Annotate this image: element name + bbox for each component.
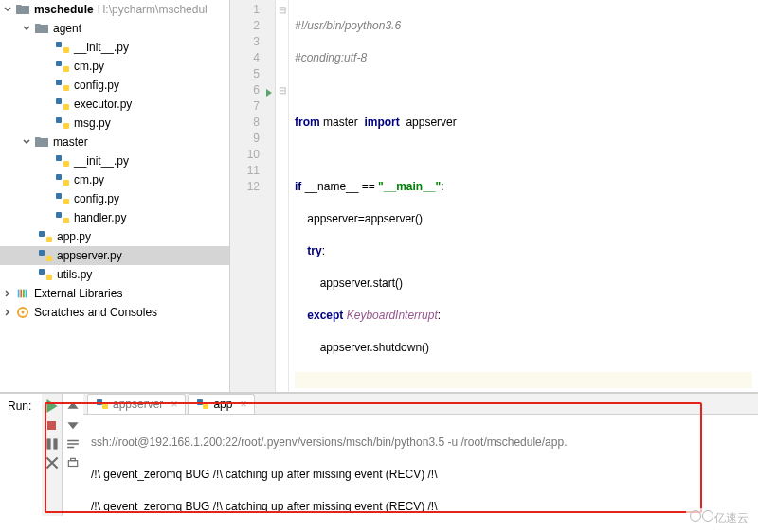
library-icon	[15, 286, 30, 301]
folder-icon	[34, 21, 49, 36]
svg-rect-2	[23, 290, 25, 298]
tree-scratches[interactable]: Scratches and Consoles	[0, 303, 229, 322]
tree-file[interactable]: cm.py	[0, 170, 229, 189]
console-line: /!\ gevent_zeromq BUG /!\ catching up af…	[91, 499, 750, 515]
down-button[interactable]	[66, 418, 80, 432]
chevron-down-icon	[21, 23, 32, 34]
project-tree[interactable]: mschedule H:\pycharm\mschedul agent __in…	[0, 0, 230, 392]
folder-label: master	[53, 135, 88, 149]
tree-file[interactable]: config.py	[0, 189, 229, 208]
tree-file[interactable]: app.py	[0, 227, 229, 246]
python-file-icon	[196, 398, 209, 411]
tree-file[interactable]: config.py	[0, 76, 229, 95]
svg-rect-3	[26, 290, 27, 298]
folder-icon	[34, 134, 49, 150]
run-toolbar-left	[42, 394, 63, 516]
run-title: Run:	[0, 394, 42, 516]
python-file-icon	[55, 153, 70, 168]
code-content[interactable]: #!/usr/bin/poython3.6 #conding:utf-8 fro…	[289, 0, 758, 392]
root-label: mschedule	[34, 3, 94, 16]
code-editor[interactable]: 1 2 3 4 5 6 7 8 9 10 11 12 ⊟⊟ #!/usr/bin…	[230, 0, 758, 392]
tree-file[interactable]: __init__.py	[0, 38, 229, 57]
chevron-right-icon	[2, 288, 13, 299]
tree-file[interactable]: msg.py	[0, 114, 229, 133]
chevron-right-icon	[2, 307, 13, 318]
tree-file[interactable]: cm.py	[0, 57, 229, 76]
console-line: /!\ gevent_zeromq BUG /!\ catching up af…	[91, 467, 750, 483]
fold-column[interactable]: ⊟⊟	[276, 0, 289, 392]
python-file-icon	[55, 191, 70, 206]
tree-folder-master[interactable]: master	[0, 133, 229, 151]
svg-rect-7	[53, 438, 57, 449]
run-tabs: appserver× app×	[83, 394, 758, 415]
run-tab-app[interactable]: app×	[188, 394, 255, 414]
python-file-icon	[38, 248, 53, 263]
tree-folder-agent[interactable]: agent	[0, 19, 229, 38]
tree-file[interactable]: __init__.py	[0, 151, 229, 170]
console-line: ssh://root@192.168.1.200:22/root/.pyenv/…	[91, 434, 750, 451]
line-gutter: 1 2 3 4 5 6 7 8 9 10 11 12	[230, 0, 276, 392]
root-path: H:\pycharm\mschedul	[98, 3, 208, 16]
exit-button[interactable]	[45, 456, 59, 470]
python-file-icon	[55, 210, 70, 225]
close-icon[interactable]: ×	[171, 398, 177, 411]
run-tab-appserver[interactable]: appserver×	[87, 394, 186, 414]
tree-file[interactable]: utils.py	[0, 265, 229, 284]
folder-icon	[15, 2, 30, 17]
python-file-icon	[55, 78, 70, 93]
tree-external-libraries[interactable]: External Libraries	[0, 284, 229, 303]
python-file-icon	[55, 172, 70, 187]
chevron-down-icon	[2, 4, 13, 15]
close-icon[interactable]: ×	[240, 398, 246, 411]
folder-label: agent	[53, 22, 81, 35]
console-output[interactable]: ssh://root@192.168.1.200:22/root/.pyenv/…	[83, 415, 758, 516]
rerun-button[interactable]	[45, 399, 59, 413]
svg-rect-1	[20, 290, 22, 298]
stop-button[interactable]	[45, 418, 59, 432]
watermark: 亿速云	[686, 508, 752, 528]
python-file-icon	[38, 229, 53, 244]
svg-rect-9	[71, 458, 76, 460]
python-file-icon	[38, 267, 53, 282]
tree-file[interactable]: handler.py	[0, 208, 229, 227]
svg-point-5	[22, 311, 25, 314]
up-button[interactable]	[66, 399, 80, 413]
print-button[interactable]	[66, 456, 80, 470]
wrap-button[interactable]	[66, 437, 80, 451]
python-file-icon	[55, 40, 70, 55]
python-file-icon	[55, 97, 70, 112]
pause-button[interactable]	[45, 437, 59, 451]
run-toolwindow: Run: appserver× app× ssh://root@192.168.…	[0, 393, 758, 516]
python-file-icon	[55, 59, 70, 74]
chevron-down-icon	[21, 136, 32, 148]
run-toolbar-right	[63, 394, 83, 516]
svg-rect-6	[46, 438, 50, 449]
tree-file-selected[interactable]: appserver.py	[0, 246, 229, 265]
scratches-icon	[15, 305, 30, 320]
python-file-icon	[96, 398, 109, 411]
tree-file[interactable]: executor.py	[0, 95, 229, 114]
svg-rect-0	[18, 290, 20, 298]
tree-root[interactable]: mschedule H:\pycharm\mschedul	[0, 0, 229, 19]
svg-rect-8	[68, 461, 77, 467]
python-file-icon	[55, 115, 70, 131]
